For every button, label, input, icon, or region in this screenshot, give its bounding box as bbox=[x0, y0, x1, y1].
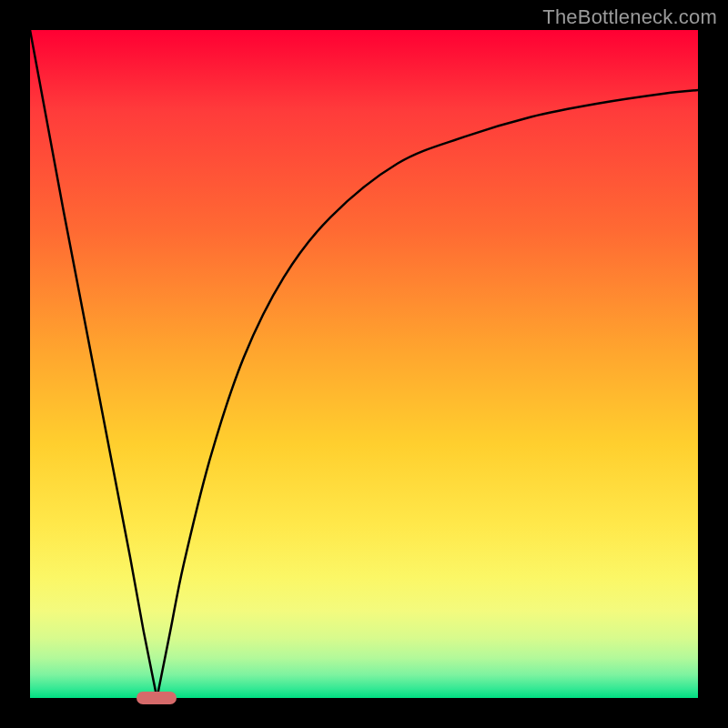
curve-layer bbox=[30, 30, 698, 698]
optimal-marker bbox=[136, 692, 177, 704]
bottleneck-curve bbox=[30, 30, 698, 698]
watermark-label: TheBottleneck.com bbox=[542, 5, 717, 29]
chart-frame: TheBottleneck.com bbox=[0, 0, 728, 728]
plot-area bbox=[30, 30, 698, 698]
